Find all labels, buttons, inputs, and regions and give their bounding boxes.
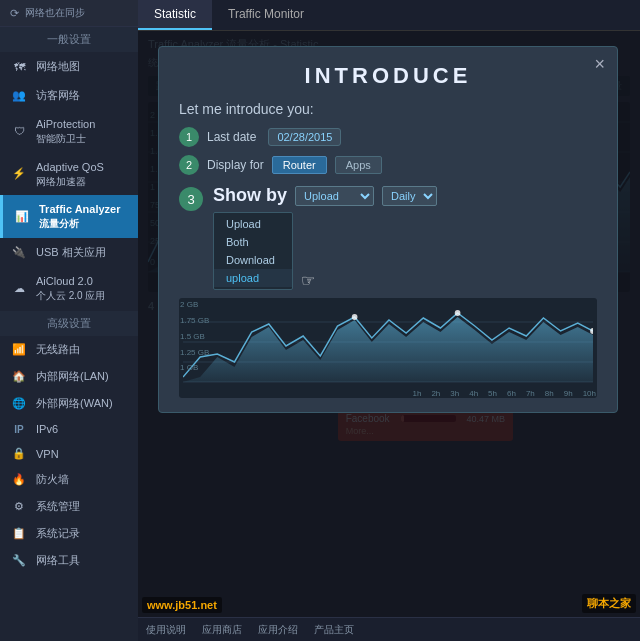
bottom-bar-item-help[interactable]: 使用说明: [146, 623, 186, 637]
intro-text: Let me introduce you:: [179, 101, 597, 117]
tools-icon: 🔧: [10, 554, 28, 567]
sync-icon: ⟳: [10, 7, 19, 20]
settings-icon: ⚙: [10, 500, 28, 513]
tab-bar: Statistic Traffic Monitor: [138, 0, 640, 31]
section-advanced-label: 高级设置: [0, 311, 138, 336]
dropdown-item-upload[interactable]: Upload: [214, 215, 292, 233]
home-icon: 🏠: [10, 370, 28, 383]
step2: 2 Display for Router Apps: [179, 155, 597, 175]
dropdown-item-download[interactable]: Download: [214, 251, 292, 269]
content-area: Traffic Analyzer 流量分析 - Statistic 统计日期: …: [138, 31, 640, 641]
svg-marker-12: [183, 317, 593, 382]
step3-num: 3: [179, 187, 203, 211]
watermark-left: www.jb51.net: [142, 597, 222, 613]
intro-modal: × INTRODUCE Let me introduce you: 1 Last…: [158, 46, 618, 413]
main: Statistic Traffic Monitor Traffic Analyz…: [138, 0, 640, 641]
cloud-icon: ☁: [10, 282, 28, 295]
step1: 1 Last date 02/28/2015: [179, 127, 597, 147]
sidebar-item-ipv6[interactable]: IP IPv6: [0, 417, 138, 441]
watermark-right: 聊本之家: [582, 594, 636, 613]
shield-icon: 🛡: [10, 125, 28, 137]
step3-area: 3 Show by Upload Both Download Daily: [179, 185, 597, 290]
speedometer-icon: ⚡: [10, 167, 28, 180]
dropdown-popup: Upload Both Download upload: [213, 212, 293, 290]
step3-label: Show by: [213, 185, 287, 206]
sidebar-item-syslog[interactable]: 📋 系统记录: [0, 520, 138, 547]
step2-num: 2: [179, 155, 199, 175]
modal-chart: 2 GB 1.75 GB 1.5 GB 1.25 GB 1 GB 1h2h3h4…: [179, 298, 597, 398]
sync-item[interactable]: ⟳ 一般设置 网络也在同步: [0, 0, 138, 27]
sidebar-item-wifi[interactable]: 📶 无线路由: [0, 336, 138, 363]
bottom-bar-item-product[interactable]: 产品主页: [314, 623, 354, 637]
sidebar: ⟳ 一般设置 网络也在同步 一般设置 🗺 网络地图 👥 访客网络 🛡 AiPro…: [0, 0, 138, 641]
svg-point-14: [455, 310, 461, 316]
apps-button[interactable]: Apps: [335, 156, 382, 174]
sidebar-item-guest[interactable]: 👥 访客网络: [0, 81, 138, 110]
chart-icon: 📊: [13, 210, 31, 223]
globe-icon: 🌐: [10, 397, 28, 410]
sidebar-item-aicloud[interactable]: ☁ AiCloud 2.0个人云 2.0 应用: [0, 267, 138, 310]
ipv6-icon: IP: [10, 424, 28, 435]
step1-value: 02/28/2015: [268, 128, 341, 146]
sidebar-item-wan[interactable]: 🌐 外部网络(WAN): [0, 390, 138, 417]
step1-label: Last date: [207, 130, 256, 144]
svg-point-13: [352, 314, 358, 320]
modal-title: INTRODUCE: [179, 63, 597, 89]
sidebar-item-aiprotection[interactable]: 🛡 AiProtection智能防卫士: [0, 110, 138, 153]
sidebar-item-map[interactable]: 🗺 网络地图: [0, 52, 138, 81]
dropdown-item-both[interactable]: Both: [214, 233, 292, 251]
tab-traffic-monitor[interactable]: Traffic Monitor: [212, 0, 320, 30]
sidebar-item-usb[interactable]: 🔌 USB 相关应用: [0, 238, 138, 267]
sidebar-item-tools[interactable]: 🔧 网络工具: [0, 547, 138, 574]
time-period-select[interactable]: Daily: [382, 186, 437, 206]
wifi-icon: 📶: [10, 343, 28, 356]
log-icon: 📋: [10, 527, 28, 540]
router-button[interactable]: Router: [272, 156, 327, 174]
cursor-indicator: ☞: [301, 271, 315, 290]
map-icon: 🗺: [10, 61, 28, 73]
dropdown-item-upload2[interactable]: upload: [214, 269, 292, 287]
sidebar-item-qos[interactable]: ⚡ Adaptive QoS网络加速器: [0, 153, 138, 196]
show-by-select[interactable]: Upload Both Download: [295, 186, 374, 206]
sidebar-item-sysadmin[interactable]: ⚙ 系统管理: [0, 493, 138, 520]
bottom-bar-item-intro[interactable]: 应用介绍: [258, 623, 298, 637]
usb-icon: 🔌: [10, 246, 28, 259]
close-button[interactable]: ×: [594, 55, 605, 73]
step1-num: 1: [179, 127, 199, 147]
step2-label: Display for: [207, 158, 264, 172]
bottom-bar: 使用说明 应用商店 应用介绍 产品主页: [138, 617, 640, 641]
sidebar-item-traffic[interactable]: 📊 Traffic Analyzer流量分析: [0, 195, 138, 238]
firewall-icon: 🔥: [10, 473, 28, 486]
sidebar-item-vpn[interactable]: 🔒 VPN: [0, 441, 138, 466]
sidebar-item-firewall[interactable]: 🔥 防火墙: [0, 466, 138, 493]
vpn-icon: 🔒: [10, 447, 28, 460]
sidebar-item-lan[interactable]: 🏠 内部网络(LAN): [0, 363, 138, 390]
people-icon: 👥: [10, 89, 28, 102]
tab-statistic[interactable]: Statistic: [138, 0, 212, 30]
bottom-bar-item-store[interactable]: 应用商店: [202, 623, 242, 637]
section-general-label: 一般设置: [0, 27, 138, 52]
